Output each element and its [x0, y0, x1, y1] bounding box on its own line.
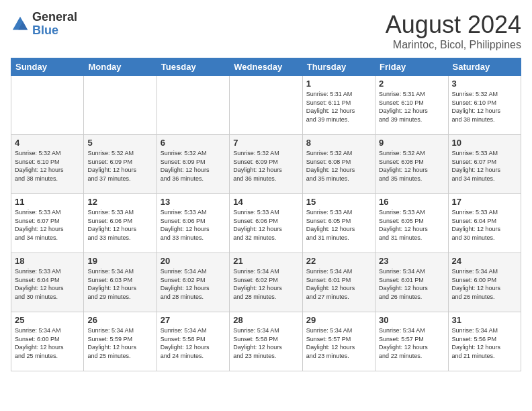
- day-cell-13: 13Sunrise: 5:33 AM Sunset: 6:06 PM Dayli…: [157, 194, 229, 253]
- day-info: Sunrise: 5:34 AM Sunset: 6:00 PM Dayligh…: [15, 326, 80, 360]
- day-cell-20: 20Sunrise: 5:34 AM Sunset: 6:02 PM Dayli…: [157, 253, 229, 312]
- week-row-2: 4Sunrise: 5:32 AM Sunset: 6:10 PM Daylig…: [11, 135, 521, 194]
- day-info: Sunrise: 5:33 AM Sunset: 6:04 PM Dayligh…: [452, 208, 517, 242]
- day-cell-22: 22Sunrise: 5:34 AM Sunset: 6:01 PM Dayli…: [302, 253, 375, 312]
- day-cell-12: 12Sunrise: 5:33 AM Sunset: 6:06 PM Dayli…: [84, 194, 157, 253]
- day-info: Sunrise: 5:32 AM Sunset: 6:09 PM Dayligh…: [87, 149, 152, 183]
- month-year-title: August 2024: [386, 11, 521, 39]
- week-row-1: 1Sunrise: 5:31 AM Sunset: 6:11 PM Daylig…: [11, 76, 521, 135]
- day-cell-31: 31Sunrise: 5:34 AM Sunset: 5:56 PM Dayli…: [448, 312, 521, 371]
- logo: General Blue: [11, 11, 77, 38]
- day-number: 17: [452, 197, 517, 207]
- day-cell-6: 6Sunrise: 5:32 AM Sunset: 6:09 PM Daylig…: [157, 135, 229, 194]
- day-cell-11: 11Sunrise: 5:33 AM Sunset: 6:07 PM Dayli…: [11, 194, 84, 253]
- weekday-header-sunday: Sunday: [11, 58, 84, 76]
- day-cell-7: 7Sunrise: 5:32 AM Sunset: 6:09 PM Daylig…: [230, 135, 302, 194]
- day-info: Sunrise: 5:33 AM Sunset: 6:04 PM Dayligh…: [15, 267, 80, 301]
- weekday-header-saturday: Saturday: [448, 58, 521, 76]
- day-info: Sunrise: 5:32 AM Sunset: 6:09 PM Dayligh…: [233, 149, 298, 183]
- day-number: 30: [379, 315, 444, 325]
- day-cell-14: 14Sunrise: 5:33 AM Sunset: 6:06 PM Dayli…: [230, 194, 302, 253]
- day-cell-30: 30Sunrise: 5:34 AM Sunset: 5:57 PM Dayli…: [375, 312, 448, 371]
- day-info: Sunrise: 5:33 AM Sunset: 6:05 PM Dayligh…: [379, 208, 444, 242]
- day-number: 6: [161, 138, 226, 148]
- day-number: 16: [379, 197, 444, 207]
- day-info: Sunrise: 5:33 AM Sunset: 6:07 PM Dayligh…: [452, 149, 517, 183]
- day-number: 2: [379, 79, 444, 89]
- day-number: 27: [161, 315, 226, 325]
- day-info: Sunrise: 5:33 AM Sunset: 6:05 PM Dayligh…: [306, 208, 371, 242]
- day-number: 31: [452, 315, 517, 325]
- day-cell-17: 17Sunrise: 5:33 AM Sunset: 6:04 PM Dayli…: [448, 194, 521, 253]
- day-cell-24: 24Sunrise: 5:34 AM Sunset: 6:00 PM Dayli…: [448, 253, 521, 312]
- week-row-4: 18Sunrise: 5:33 AM Sunset: 6:04 PM Dayli…: [11, 253, 521, 312]
- weekday-header-friday: Friday: [375, 58, 448, 76]
- day-number: 25: [15, 315, 80, 325]
- day-cell-16: 16Sunrise: 5:33 AM Sunset: 6:05 PM Dayli…: [375, 194, 448, 253]
- day-info: Sunrise: 5:34 AM Sunset: 5:59 PM Dayligh…: [87, 326, 152, 360]
- empty-cell: [84, 76, 157, 135]
- empty-cell: [11, 76, 84, 135]
- day-number: 7: [233, 138, 298, 148]
- day-info: Sunrise: 5:32 AM Sunset: 6:10 PM Dayligh…: [452, 90, 517, 124]
- day-number: 23: [379, 256, 444, 266]
- day-number: 3: [452, 79, 517, 89]
- day-info: Sunrise: 5:34 AM Sunset: 6:03 PM Dayligh…: [87, 267, 152, 301]
- page-header: General Blue August 2024 Marintoc, Bicol…: [11, 11, 521, 51]
- day-cell-3: 3Sunrise: 5:32 AM Sunset: 6:10 PM Daylig…: [448, 76, 521, 135]
- day-cell-2: 2Sunrise: 5:31 AM Sunset: 6:10 PM Daylig…: [375, 76, 448, 135]
- day-info: Sunrise: 5:32 AM Sunset: 6:08 PM Dayligh…: [306, 149, 371, 183]
- weekday-header-monday: Monday: [84, 58, 157, 76]
- day-info: Sunrise: 5:34 AM Sunset: 5:56 PM Dayligh…: [452, 326, 517, 360]
- weekday-header-wednesday: Wednesday: [230, 58, 302, 76]
- day-cell-29: 29Sunrise: 5:34 AM Sunset: 5:57 PM Dayli…: [302, 312, 375, 371]
- day-number: 28: [233, 315, 298, 325]
- weekday-header-row: SundayMondayTuesdayWednesdayThursdayFrid…: [11, 58, 521, 76]
- day-cell-1: 1Sunrise: 5:31 AM Sunset: 6:11 PM Daylig…: [302, 76, 375, 135]
- day-info: Sunrise: 5:33 AM Sunset: 6:06 PM Dayligh…: [233, 208, 298, 242]
- day-cell-21: 21Sunrise: 5:34 AM Sunset: 6:02 PM Dayli…: [230, 253, 302, 312]
- logo-text: General Blue: [32, 11, 77, 38]
- day-info: Sunrise: 5:33 AM Sunset: 6:06 PM Dayligh…: [87, 208, 152, 242]
- day-number: 19: [87, 256, 152, 266]
- day-cell-8: 8Sunrise: 5:32 AM Sunset: 6:08 PM Daylig…: [302, 135, 375, 194]
- day-cell-4: 4Sunrise: 5:32 AM Sunset: 6:10 PM Daylig…: [11, 135, 84, 194]
- day-number: 14: [233, 197, 298, 207]
- day-info: Sunrise: 5:34 AM Sunset: 6:02 PM Dayligh…: [233, 267, 298, 301]
- day-cell-5: 5Sunrise: 5:32 AM Sunset: 6:09 PM Daylig…: [84, 135, 157, 194]
- day-info: Sunrise: 5:31 AM Sunset: 6:11 PM Dayligh…: [306, 90, 371, 124]
- day-info: Sunrise: 5:34 AM Sunset: 5:57 PM Dayligh…: [379, 326, 444, 360]
- day-cell-27: 27Sunrise: 5:34 AM Sunset: 5:58 PM Dayli…: [157, 312, 229, 371]
- weekday-header-thursday: Thursday: [302, 58, 375, 76]
- day-cell-9: 9Sunrise: 5:32 AM Sunset: 6:08 PM Daylig…: [375, 135, 448, 194]
- empty-cell: [157, 76, 229, 135]
- day-number: 24: [452, 256, 517, 266]
- day-info: Sunrise: 5:31 AM Sunset: 6:10 PM Dayligh…: [379, 90, 444, 124]
- day-info: Sunrise: 5:34 AM Sunset: 6:00 PM Dayligh…: [452, 267, 517, 301]
- day-info: Sunrise: 5:34 AM Sunset: 5:58 PM Dayligh…: [233, 326, 298, 360]
- day-info: Sunrise: 5:34 AM Sunset: 5:58 PM Dayligh…: [161, 326, 226, 360]
- day-number: 9: [379, 138, 444, 148]
- day-number: 15: [306, 197, 371, 207]
- logo-general: General: [32, 11, 77, 24]
- day-info: Sunrise: 5:34 AM Sunset: 6:01 PM Dayligh…: [379, 267, 444, 301]
- day-number: 4: [15, 138, 80, 148]
- day-number: 18: [15, 256, 80, 266]
- day-info: Sunrise: 5:32 AM Sunset: 6:08 PM Dayligh…: [379, 149, 444, 183]
- empty-cell: [230, 76, 302, 135]
- day-number: 13: [161, 197, 226, 207]
- day-info: Sunrise: 5:33 AM Sunset: 6:06 PM Dayligh…: [161, 208, 226, 242]
- day-number: 20: [161, 256, 226, 266]
- title-section: August 2024 Marintoc, Bicol, Philippines: [386, 11, 521, 51]
- day-number: 1: [306, 79, 371, 89]
- day-cell-19: 19Sunrise: 5:34 AM Sunset: 6:03 PM Dayli…: [84, 253, 157, 312]
- location-subtitle: Marintoc, Bicol, Philippines: [386, 39, 521, 51]
- day-cell-18: 18Sunrise: 5:33 AM Sunset: 6:04 PM Dayli…: [11, 253, 84, 312]
- day-info: Sunrise: 5:32 AM Sunset: 6:10 PM Dayligh…: [15, 149, 80, 183]
- day-cell-15: 15Sunrise: 5:33 AM Sunset: 6:05 PM Dayli…: [302, 194, 375, 253]
- day-info: Sunrise: 5:34 AM Sunset: 6:02 PM Dayligh…: [161, 267, 226, 301]
- day-number: 21: [233, 256, 298, 266]
- day-number: 11: [15, 197, 80, 207]
- day-number: 10: [452, 138, 517, 148]
- week-row-5: 25Sunrise: 5:34 AM Sunset: 6:00 PM Dayli…: [11, 312, 521, 371]
